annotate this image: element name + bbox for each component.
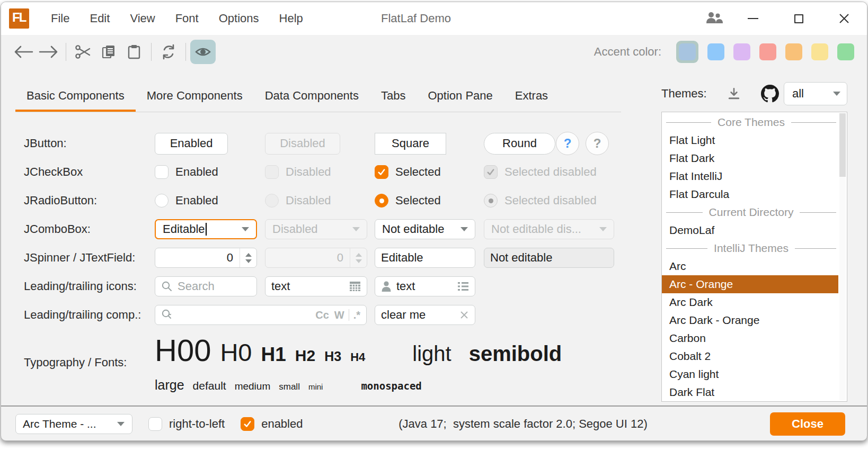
accent-swatch-1[interactable] <box>679 43 696 60</box>
theme-item[interactable]: Arc Dark - Orange <box>662 311 838 329</box>
tab-basic-components[interactable]: Basic Components <box>15 82 136 112</box>
menu-font[interactable]: Font <box>165 2 209 35</box>
enabled-checkbox-group: enabled <box>241 417 303 431</box>
list-icon[interactable] <box>457 281 469 292</box>
paste-button[interactable] <box>121 40 147 64</box>
field-divider <box>349 309 349 321</box>
copy-button[interactable] <box>96 40 121 64</box>
menu-help[interactable]: Help <box>269 2 313 35</box>
right-to-left-checkbox[interactable] <box>148 417 162 431</box>
combobox-editable[interactable]: Editable <box>155 219 257 239</box>
close-window-button[interactable] <box>821 2 867 35</box>
accent-swatch-4[interactable] <box>759 43 776 60</box>
accent-swatch-6[interactable] <box>811 43 828 60</box>
jcheckbox-label: JCheckBox <box>24 165 155 179</box>
square-button[interactable]: Square <box>375 133 446 155</box>
search-input[interactable]: Search <box>155 276 257 296</box>
close-button[interactable]: Close <box>770 412 845 436</box>
users-icon[interactable] <box>698 11 730 26</box>
radio-selected[interactable] <box>375 194 388 208</box>
clear-me-input[interactable]: clear me <box>375 305 475 325</box>
default-sample: default <box>193 380 226 392</box>
theme-item[interactable]: Arc <box>662 257 838 275</box>
spinner-arrows <box>350 248 367 267</box>
back-button[interactable] <box>11 40 36 64</box>
radio-enabled[interactable] <box>155 194 169 208</box>
tab-extras[interactable]: Extras <box>504 82 559 112</box>
paste-icon <box>127 44 141 59</box>
menu-view[interactable]: View <box>120 2 165 35</box>
cut-button[interactable] <box>70 40 96 64</box>
match-case-button[interactable]: Cc <box>315 309 329 321</box>
checkbox-selected[interactable] <box>375 165 388 179</box>
menu-file[interactable]: File <box>41 2 79 35</box>
eye-icon <box>194 45 211 59</box>
theme-item[interactable]: Flat Light <box>662 131 838 149</box>
clear-icon[interactable] <box>459 310 469 320</box>
table-icon[interactable] <box>349 281 361 292</box>
textfield-editable[interactable]: Editable <box>375 248 475 268</box>
spinner-enabled[interactable]: 0 <box>155 248 257 268</box>
theme-item[interactable]: Dark Flat <box>662 383 838 401</box>
download-themes-button[interactable] <box>727 87 741 101</box>
chevron-down-icon <box>460 227 468 231</box>
text-input-calendar[interactable]: text <box>265 276 367 296</box>
maximize-button[interactable] <box>776 2 821 35</box>
menu-edit[interactable]: Edit <box>79 2 120 35</box>
theme-item[interactable]: DemoLaf <box>662 221 838 239</box>
window-title: FlatLaf Demo <box>381 12 451 25</box>
flatlaf-demo-window: FL File Edit View Font Options Help Flat… <box>1 2 867 441</box>
help-button-gray[interactable]: ? <box>586 132 609 155</box>
mini-sample: mini <box>308 382 323 391</box>
github-link[interactable] <box>761 85 779 103</box>
tab-tabs[interactable]: Tabs <box>370 82 417 112</box>
menu-options[interactable]: Options <box>209 2 269 35</box>
help-button-blue[interactable]: ? <box>556 132 579 155</box>
accent-swatch-5[interactable] <box>785 43 802 60</box>
main-tabstrip: Basic Components More Components Data Co… <box>15 82 621 112</box>
textfield-not-editable: Not editable <box>484 248 614 268</box>
spinner-up-icon[interactable] <box>245 253 252 257</box>
show-hidden-toggle[interactable] <box>190 40 216 64</box>
leading-trailing-comp-row: Leading/trailing comp.: Cc W .* clear me <box>24 301 621 329</box>
regex-button[interactable]: .* <box>353 309 360 321</box>
enabled-checkbox[interactable] <box>241 417 254 431</box>
round-button[interactable]: Round <box>484 133 555 155</box>
theme-item-selected[interactable]: Arc - Orange <box>662 275 838 293</box>
theme-item[interactable]: Carbon <box>662 329 838 347</box>
tab-more-components[interactable]: More Components <box>136 82 254 112</box>
accent-swatch-3[interactable] <box>733 43 750 60</box>
refresh-button[interactable] <box>156 40 181 64</box>
themes-scrollbar[interactable] <box>839 113 846 400</box>
forward-button[interactable] <box>36 40 61 64</box>
enabled-button[interactable]: Enabled <box>155 133 228 155</box>
theme-item[interactable]: Cobalt 2 <box>662 347 838 365</box>
whole-word-button[interactable]: W <box>334 309 344 321</box>
themes-panel: Themes: all Core Themes Flat Light Flat … <box>661 82 847 402</box>
themes-filter-combo[interactable]: all <box>784 82 847 105</box>
close-icon <box>839 13 849 24</box>
theme-item[interactable]: Cyan light <box>662 365 838 383</box>
scrollbar-thumb[interactable] <box>839 113 846 177</box>
theme-selector-combo[interactable]: Arc Theme - ... <box>15 414 132 434</box>
search-with-options-input[interactable]: Cc W .* <box>155 305 367 325</box>
checkbox-selected-disabled <box>484 165 498 179</box>
theme-item[interactable]: Flat IntelliJ <box>662 167 838 185</box>
tab-data-components[interactable]: Data Components <box>254 82 370 112</box>
checkbox-enabled[interactable] <box>155 165 169 179</box>
check-icon <box>486 167 495 177</box>
tab-option-pane[interactable]: Option Pane <box>417 82 503 112</box>
theme-selector-value: Arc Theme - ... <box>23 418 96 430</box>
spinner-down-icon[interactable] <box>245 259 252 263</box>
accent-swatch-7[interactable] <box>837 43 854 60</box>
textfield-editable-value: Editable <box>381 251 423 265</box>
theme-item[interactable]: Flat Darcula <box>662 185 838 203</box>
themes-list[interactable]: Core Themes Flat Light Flat Dark Flat In… <box>661 112 847 402</box>
minimize-button[interactable] <box>730 2 776 35</box>
combobox-not-editable[interactable]: Not editable <box>375 219 475 239</box>
accent-swatch-2[interactable] <box>707 43 724 60</box>
spinner-arrows[interactable] <box>240 248 256 267</box>
theme-item[interactable]: Flat Dark <box>662 149 838 167</box>
theme-item[interactable]: Arc Dark <box>662 293 838 311</box>
text-input-person[interactable]: text <box>375 276 475 296</box>
